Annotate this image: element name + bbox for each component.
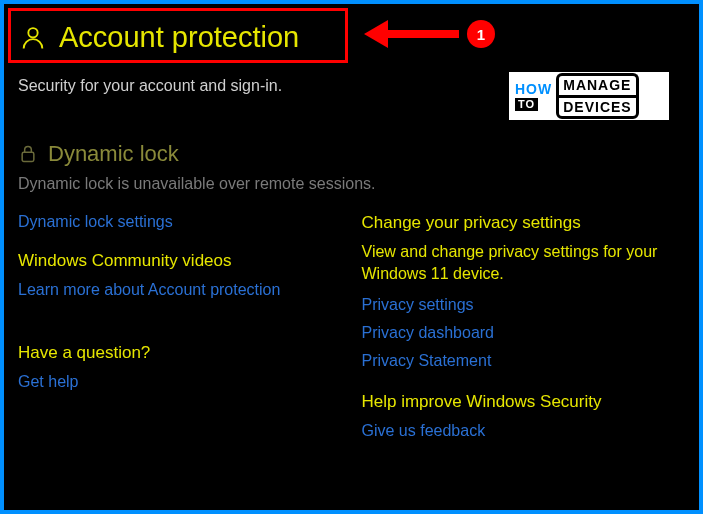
- left-column: Dynamic lock settings Windows Community …: [18, 213, 342, 440]
- page-title: Account protection: [59, 21, 299, 54]
- right-column: Change your privacy settings View and ch…: [362, 213, 686, 440]
- dynamic-lock-title: Dynamic lock: [48, 141, 179, 167]
- community-videos-heading: Windows Community videos: [18, 251, 342, 271]
- privacy-dashboard-link[interactable]: Privacy dashboard: [362, 324, 686, 342]
- annotation-arrow: 1: [364, 20, 495, 48]
- watermark-logo: HOW TO MANAGE DEVICES: [509, 72, 669, 120]
- logo-text: DEVICES: [556, 95, 638, 119]
- person-icon: [19, 24, 47, 52]
- question-heading: Have a question?: [18, 343, 342, 363]
- privacy-statement-link[interactable]: Privacy Statement: [362, 352, 686, 370]
- improve-heading: Help improve Windows Security: [362, 392, 686, 412]
- page-header: Account protection: [8, 8, 348, 63]
- privacy-desc: View and change privacy settings for you…: [362, 241, 686, 286]
- logo-text: MANAGE: [556, 73, 638, 94]
- dynamic-lock-desc: Dynamic lock is unavailable over remote …: [18, 175, 685, 193]
- annotation-badge: 1: [467, 20, 495, 48]
- privacy-settings-link[interactable]: Privacy settings: [362, 296, 686, 314]
- dynamic-lock-settings-link[interactable]: Dynamic lock settings: [18, 213, 342, 231]
- learn-more-link[interactable]: Learn more about Account protection: [18, 281, 342, 299]
- privacy-heading: Change your privacy settings: [362, 213, 686, 233]
- dynamic-lock-section: Dynamic lock Dynamic lock is unavailable…: [4, 141, 699, 193]
- get-help-link[interactable]: Get help: [18, 373, 342, 391]
- svg-point-0: [28, 28, 37, 37]
- feedback-link[interactable]: Give us feedback: [362, 422, 686, 440]
- logo-text: TO: [515, 98, 538, 111]
- lock-icon: [18, 144, 38, 164]
- logo-text: HOW: [515, 82, 552, 96]
- svg-rect-1: [22, 152, 34, 161]
